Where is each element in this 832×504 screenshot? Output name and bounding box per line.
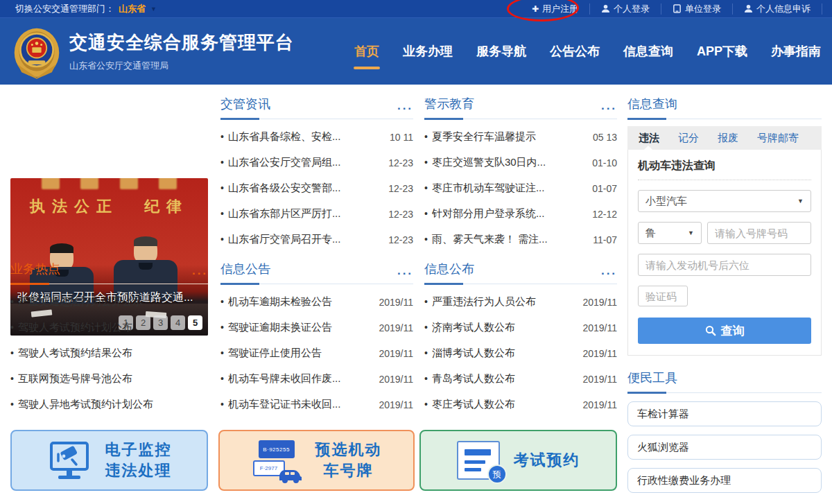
list-item[interactable]: •机动车号牌未收回作废...2019/11 <box>220 366 413 392</box>
tool-firefox-browser[interactable]: 火狐浏览器 <box>627 435 822 460</box>
section-info-notice: 信息公告 ··· •机动车逾期未检验公告2019/11 •驾驶证逾期未换证公告2… <box>220 261 413 417</box>
captcha-input[interactable] <box>638 286 688 306</box>
list-item[interactable]: •山东省具备综检、安检...10 11 <box>220 124 413 150</box>
bullet-icon: • <box>220 347 224 358</box>
list-item[interactable]: •山东省公安厅交管局组...12-23 <box>220 150 413 175</box>
list-item[interactable]: •济南考试人数公布2019/11 <box>424 315 617 340</box>
main-nav: 首页 业务办理 服务导航 公告公布 信息查询 APP下载 办事指南 <box>354 18 821 85</box>
more-icon[interactable]: ··· <box>397 270 413 277</box>
more-icon[interactable]: ··· <box>601 105 617 112</box>
tab-scrap[interactable]: 报废 <box>718 132 738 145</box>
nav-info-query[interactable]: 信息查询 <box>623 24 673 79</box>
list-item[interactable]: •针对部分用户登录系统...12-12 <box>424 201 617 227</box>
appointment-badge: 预 <box>487 464 507 484</box>
blue-plate: B·925255 <box>259 440 295 458</box>
item-date: 2019/11 <box>582 399 617 410</box>
list-item[interactable]: •严重交通违法行为公开公示 <box>10 289 208 315</box>
list-item[interactable]: •山东省厅交管局召开专...12-23 <box>220 227 413 252</box>
list-item[interactable]: •枣庄市机动车驾驶证注...01-07 <box>424 175 617 201</box>
section-title: 信息查询 <box>627 96 677 112</box>
promo-exam-appointment[interactable]: 预 考试预约 <box>419 430 617 491</box>
more-icon[interactable]: ··· <box>192 270 208 277</box>
plate-number-input[interactable] <box>707 222 811 244</box>
promo-label: 预选机动 车号牌 <box>315 440 382 480</box>
promo-label: 考试预约 <box>514 450 580 471</box>
list-item[interactable]: •青岛考试人数公布2019/11 <box>424 366 617 392</box>
bullet-icon: • <box>10 296 14 307</box>
bullet-icon: • <box>220 131 224 142</box>
item-date: 2019/11 <box>582 374 617 385</box>
bullet-icon: • <box>10 322 14 333</box>
car-icon <box>277 467 303 483</box>
list-item[interactable]: •驾驶人考试预约结果公布 <box>10 340 208 366</box>
province-current[interactable]: 山东省 <box>119 3 146 15</box>
list-item[interactable]: •夏季安全行车温馨提示05 13 <box>424 124 617 150</box>
personal-login-link[interactable]: 个人登录 <box>590 3 661 15</box>
vehicle-type-select[interactable]: 小型汽车 ▼ <box>638 190 811 212</box>
nav-business[interactable]: 业务办理 <box>403 24 453 79</box>
more-icon[interactable]: ··· <box>601 270 617 277</box>
item-date: 2019/11 <box>379 297 413 308</box>
license-plates-icon: B·925255 F·2977 <box>252 439 302 482</box>
person-icon <box>744 4 753 13</box>
appeal-link[interactable]: 个人信息申诉 <box>733 3 822 15</box>
tab-plate-mail[interactable]: 号牌邮寄 <box>757 132 799 145</box>
tab-violation[interactable]: 违法 <box>639 132 659 145</box>
bullet-icon: • <box>424 347 428 358</box>
banner-text-right: 纪律 <box>144 196 189 217</box>
nav-announcements[interactable]: 公告公布 <box>550 24 600 79</box>
list-item[interactable]: •淄博考试人数公布2019/11 <box>424 340 617 366</box>
list-item[interactable]: •互联网预选号牌号池公布 <box>10 366 208 392</box>
item-date: 12-23 <box>388 157 413 168</box>
bullet-icon: • <box>424 296 428 307</box>
top-account-bar: 切换公安交通管理部门： 山东省 ▼ ✚ 用户注册 个人登录 单位登录 个人信息申… <box>0 0 832 18</box>
department-switcher[interactable]: 切换公安交通管理部门： 山东省 ▼ <box>15 3 157 15</box>
list-item[interactable]: •驾驶证停止使用公告2019/11 <box>220 340 413 366</box>
list-item[interactable]: •机动车逾期未检验公告2019/11 <box>220 289 413 315</box>
section-traffic-news: 交管资讯 ··· •山东省具备综检、安检...10 11 •山东省公安厅交管局组… <box>220 96 413 252</box>
nav-home[interactable]: 首页 <box>354 24 379 79</box>
nav-app-download[interactable]: APP下载 <box>697 24 747 79</box>
bullet-icon: • <box>424 234 428 245</box>
tool-admin-fee-payment[interactable]: 行政性缴费业务办理 <box>627 468 822 493</box>
unit-login-label: 单位登录 <box>685 3 721 15</box>
bullet-icon: • <box>220 234 224 245</box>
bullet-icon: • <box>220 157 224 168</box>
query-button[interactable]: 查询 <box>638 318 811 344</box>
section-tools: 便民工具 车检计算器 火狐浏览器 行政性缴费业务办理 <box>627 370 822 493</box>
tool-vehicle-inspection-calculator[interactable]: 车检计算器 <box>627 401 822 426</box>
list-item[interactable]: •山东省东部片区严厉打...12-23 <box>220 201 413 227</box>
info-query-panel: 信息查询 违法 记分 报废 号牌邮寄 机动车违法查询 小型汽车 ▼ 鲁 ▼ 查询 <box>627 96 822 356</box>
promo-plate-preselection[interactable]: B·925255 F·2977 预选机动 车号牌 <box>218 430 415 491</box>
tab-points[interactable]: 记分 <box>678 132 699 145</box>
nav-handbook[interactable]: 办事指南 <box>771 24 821 79</box>
item-date: 10 11 <box>390 132 413 143</box>
list-item[interactable]: •驾驶人考试预约计划公布 <box>10 315 208 340</box>
active-tab-notch <box>644 146 652 150</box>
item-date: 2019/11 <box>582 297 617 308</box>
plus-icon: ✚ <box>532 4 539 14</box>
violation-query-form: 机动车违法查询 小型汽车 ▼ 鲁 ▼ 查询 <box>627 150 822 356</box>
list-item[interactable]: •机动车登记证书未收回...2019/11 <box>220 392 413 417</box>
list-item[interactable]: •驾驶证逾期未换证公告2019/11 <box>220 315 413 340</box>
engine-number-input[interactable] <box>638 254 811 276</box>
list-item[interactable]: •枣庄考试人数公布2019/11 <box>424 392 617 417</box>
search-icon <box>705 325 716 336</box>
personal-login-label: 个人登录 <box>614 3 650 15</box>
bullet-icon: • <box>424 208 428 219</box>
more-icon[interactable]: ··· <box>397 105 413 112</box>
promo-label: 电子监控 违法处理 <box>105 440 172 480</box>
chevron-down-icon: ▼ <box>688 229 694 236</box>
list-item[interactable]: •严重违法行为人员公布2019/11 <box>424 289 617 315</box>
unit-login-link[interactable]: 单位登录 <box>661 3 733 15</box>
plate-prefix-select[interactable]: 鲁 ▼ <box>638 222 702 244</box>
promo-surveillance-violation[interactable]: 电子监控 违法处理 <box>10 430 208 491</box>
list-item[interactable]: •驾驶人异地考试预约计划公布 <box>10 392 208 417</box>
banner-decor <box>10 178 208 189</box>
list-item[interactable]: •山东省各级公安交警部...12-23 <box>220 175 413 201</box>
list-item[interactable]: •枣庄交巡警支队30日内...01-10 <box>424 150 617 175</box>
item-date: 2019/11 <box>582 322 617 333</box>
list-item[interactable]: •雨、雾天气来袭！ 需注...11-07 <box>424 227 617 252</box>
nav-service-guide[interactable]: 服务导航 <box>476 24 526 79</box>
register-link[interactable]: ✚ 用户注册 <box>521 3 590 15</box>
